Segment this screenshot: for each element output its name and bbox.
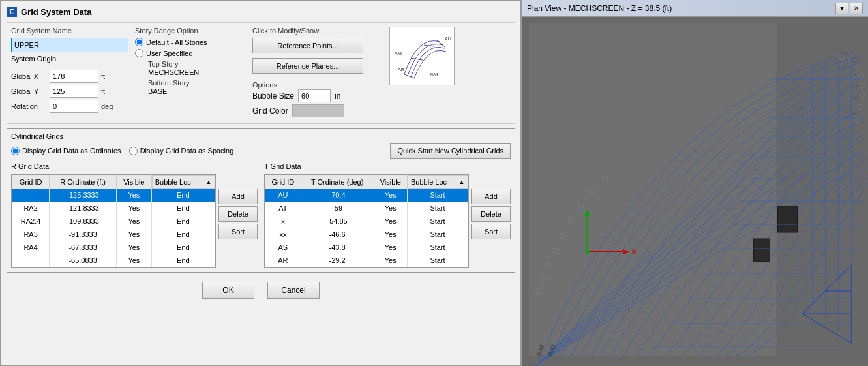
rotation-row: Rotation deg [11, 100, 128, 113]
t-grid-table-container: Grid ID T Ordinate (deg) Visible Bubble … [264, 174, 469, 268]
grid-color-swatch[interactable] [292, 104, 344, 117]
cyl-options: Display Grid Data as Ordinates Display G… [11, 143, 511, 159]
plan-view-content: X RA2 RA3 AU AT x xx AS AR [522, 17, 868, 366]
system-origin-label: System Origin [11, 55, 128, 63]
t-delete-button[interactable]: Delete [471, 206, 511, 222]
dialog-title: Grid System Data [21, 7, 91, 17]
user-specified-label: User Specified [146, 50, 193, 57]
r-col-visible: Visible [116, 175, 151, 189]
t-col-id: Grid ID [265, 175, 301, 189]
r-grid-row[interactable]: RA3-91.8333YesEnd [12, 228, 215, 241]
t-add-button[interactable]: Add [471, 189, 511, 204]
svg-text:AR: AR [398, 67, 404, 72]
r-grid-row[interactable]: -125.3333YesEnd [12, 189, 215, 202]
t-grid-row[interactable]: AT-59YesStart [265, 202, 468, 215]
click-modify-label: Click to Modify/Show: [252, 27, 383, 35]
grid-system-name-input[interactable] [11, 38, 128, 52]
svg-line-0 [404, 74, 414, 78]
top-story-value: MECHSCREEN [148, 69, 246, 76]
plan-view-close-button[interactable]: ✕ [850, 3, 863, 14]
r-grid-row[interactable]: -65.0833YesEnd [12, 254, 215, 267]
svg-text:AU: AU [445, 37, 451, 41]
svg-line-1 [411, 58, 423, 60]
rotation-label: Rotation [11, 102, 47, 110]
svg-text:RA2: RA2 [395, 52, 402, 55]
ref-planes-button[interactable]: Reference Planes... [252, 58, 363, 74]
svg-text:RA4: RA4 [430, 72, 438, 76]
r-grid-row[interactable]: RA4-67.8333YesEnd [12, 241, 215, 254]
r-grid-row[interactable]: RA2-121.8333YesEnd [12, 202, 215, 215]
grid-preview: AR AU RA2 RA4 [389, 27, 455, 85]
t-grid-row[interactable]: AR-29.2YesStart [265, 254, 468, 267]
r-grid-table-container: Grid ID R Ordinate (ft) Visible Bubble L… [11, 174, 216, 268]
r-col-ordinate: R Ordinate (ft) [50, 175, 117, 189]
options-section: Options Bubble Size in Grid Color [252, 81, 383, 119]
ok-button[interactable]: OK [202, 282, 254, 299]
r-col-bubble: Bubble Loc ▲ [152, 175, 215, 189]
plan-view-dropdown-button[interactable]: ▼ [835, 3, 848, 14]
r-grid-table: Grid ID R Ordinate (ft) Visible Bubble L… [12, 175, 215, 267]
r-add-button[interactable]: Add [218, 189, 258, 204]
global-y-unit: ft [101, 87, 105, 95]
top-story-label: Top Story [148, 60, 246, 68]
global-y-row: Global Y ft [11, 85, 128, 98]
plan-view-drawing: X RA2 RA3 AU AT x xx AS AR [522, 17, 868, 366]
svg-text:x: x [854, 71, 856, 77]
svg-line-2 [424, 45, 434, 46]
default-stories-label: Default - All Stories [146, 38, 207, 46]
global-x-input[interactable] [50, 70, 98, 83]
options-label: Options [252, 81, 383, 89]
r-delete-button[interactable]: Delete [218, 206, 258, 222]
t-grid-row[interactable]: AU-70.4YesStart [265, 189, 468, 202]
global-x-row: Global X ft [11, 70, 128, 83]
grids-row: R Grid Data Grid ID R Ordinate (ft) Visi… [11, 162, 511, 268]
bubble-size-unit: in [335, 91, 340, 100]
global-y-label: Global Y [11, 87, 47, 95]
global-x-unit: ft [101, 72, 105, 80]
col3: Click to Modify/Show: Reference Points..… [252, 27, 383, 119]
top-section: Grid System Name System Origin Global X … [7, 22, 515, 124]
r-scroll-top-arrow[interactable]: ▲ [206, 179, 212, 185]
r-grid-section: R Grid Data Grid ID R Ordinate (ft) Visi… [11, 162, 258, 268]
default-stories-radio[interactable]: Default - All Stories [135, 38, 246, 46]
rotation-input[interactable] [50, 100, 98, 113]
ref-points-button[interactable]: Reference Points... [252, 38, 363, 53]
user-specified-radio[interactable]: User Specified [135, 49, 246, 57]
bottom-story-value: BASE [148, 87, 246, 95]
bottom-buttons: OK Cancel [7, 282, 515, 299]
display-ordinates-label: Display Grid Data as Ordinates [22, 147, 121, 155]
display-ordinates-radio[interactable]: Display Grid Data as Ordinates [11, 147, 121, 155]
svg-rect-28 [754, 239, 770, 262]
r-grid-title: R Grid Data [11, 162, 258, 170]
t-col-bubble: Bubble Loc ▲ [408, 175, 468, 189]
r-sort-button[interactable]: Sort [218, 224, 258, 239]
grid-system-name-label: Grid System Name [11, 27, 128, 35]
t-sort-button[interactable]: Sort [471, 224, 511, 239]
t-grid-row[interactable]: xx-46.6YesStart [265, 228, 468, 241]
r-grid-buttons: Add Delete Sort [218, 174, 258, 268]
r-grid-table-wrapper: Grid ID R Ordinate (ft) Visible Bubble L… [11, 174, 258, 268]
bottom-story-label: Bottom Story [148, 79, 246, 87]
cylindrical-grids-title: Cylindrical Grids [11, 132, 511, 140]
t-grid-table-wrapper: Grid ID T Ordinate (deg) Visible Bubble … [264, 174, 511, 268]
svg-text:AU: AU [841, 50, 848, 56]
t-grid-row[interactable]: AS-43.8YesStart [265, 241, 468, 254]
svg-point-34 [586, 250, 590, 254]
quick-start-button[interactable]: Quick Start New Cylindrical Grids [390, 143, 511, 159]
display-spacing-radio[interactable]: Display Grid Data as Spacing [129, 147, 234, 155]
rotation-unit: deg [101, 102, 113, 110]
svg-text:xx: xx [854, 83, 859, 89]
cancel-button[interactable]: Cancel [267, 282, 320, 299]
plan-view-titlebar: Plan View - MECHSCREEN - Z = 38.5 (ft) ▼… [522, 0, 868, 17]
r-col-id: Grid ID [12, 175, 50, 189]
t-scroll-top-arrow[interactable]: ▲ [459, 179, 465, 185]
t-grid-table: Grid ID T Ordinate (deg) Visible Bubble … [265, 175, 468, 267]
dialog-titlebar: E Grid System Data [7, 7, 515, 17]
display-spacing-label: Display Grid Data as Spacing [140, 147, 234, 155]
t-grid-row[interactable]: x-54.85YesStart [265, 215, 468, 228]
svg-text:X: X [632, 248, 637, 256]
r-grid-row[interactable]: RA2.4-109.8333YesEnd [12, 215, 215, 228]
bubble-size-input[interactable] [298, 89, 331, 102]
global-y-input[interactable] [50, 85, 98, 98]
cylindrical-grids-section: Cylindrical Grids Display Grid Data as O… [7, 128, 515, 273]
